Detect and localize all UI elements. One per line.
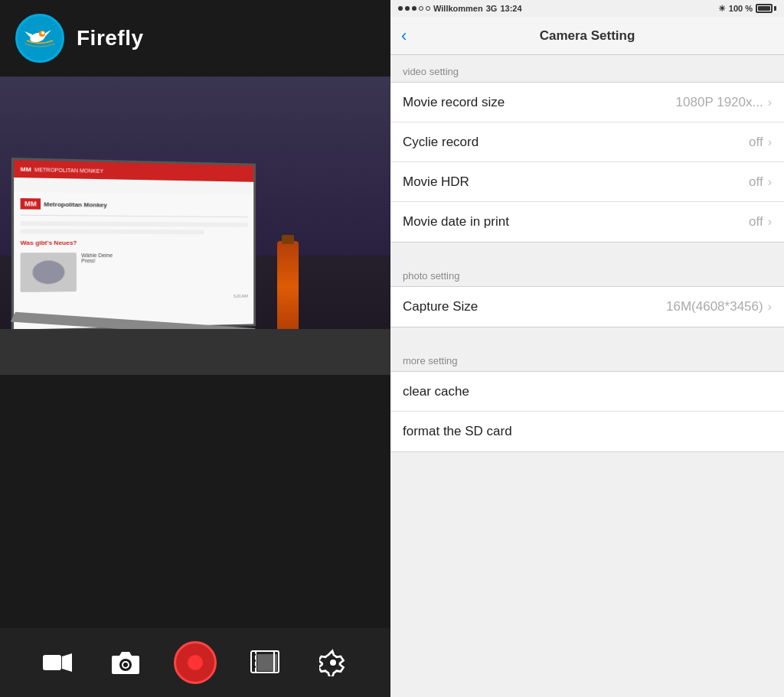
section-spacer-4 [390,469,784,486]
record-dot [188,655,203,670]
svg-rect-15 [253,660,256,662]
capture-size-value: 16M(4608*3456) [666,299,763,314]
svg-rect-16 [253,666,256,668]
svg-point-5 [41,31,44,34]
settings-content: video setting Movie record size 1080P 19… [390,55,784,697]
video-button[interactable] [38,643,77,682]
camera-button[interactable] [106,643,145,682]
format-sd-row[interactable]: format the SD card [390,412,784,451]
svg-marker-7 [62,653,72,672]
desk-surface [0,329,390,375]
section-spacer-3 [390,452,784,469]
camera-toolbar [0,628,390,697]
capture-size-row[interactable]: Capture Size 16M(4608*3456) › [390,287,784,327]
signal-dots [398,6,430,11]
status-bar: Willkommen 3G 13:24 ☀ 100 % [390,0,784,17]
svg-rect-14 [253,653,256,656]
chevron-icon: › [768,96,772,109]
more-section-header: more setting [390,344,784,371]
time: 13:24 [500,4,521,13]
signal-dot-4 [419,6,423,11]
svg-rect-6 [43,655,61,670]
chevron-icon-3: › [768,175,772,189]
movie-record-size-value: 1080P 1920x... [676,95,763,110]
clear-cache-row[interactable]: clear cache [390,372,784,412]
signal-dot-5 [426,6,430,11]
movie-hdr-row[interactable]: Movie HDR off › [390,162,784,202]
chevron-icon-4: › [768,215,772,229]
svg-point-10 [123,663,128,667]
cyclie-record-value: off [749,135,763,150]
bottle [277,241,299,333]
video-settings-group: Movie record size 1080P 1920x... › Cycli… [390,82,784,243]
network-type: 3G [486,4,498,13]
app-title: Firefly [77,26,144,50]
clear-cache-label: clear cache [403,384,772,399]
settings-button[interactable] [313,643,353,682]
signal-dot-2 [405,6,410,11]
nav-title: Camera Setting [540,28,635,44]
gallery-button[interactable] [245,643,285,682]
video-section-header: video setting [390,55,784,82]
signal-dot-3 [412,6,416,11]
app-header: Firefly [0,0,390,77]
status-left: Willkommen 3G 13:24 [398,4,522,13]
svg-point-19 [330,660,336,666]
movie-date-value: off [749,214,763,230]
format-sd-label: format the SD card [403,424,772,439]
cyclie-record-row[interactable]: Cyclie record off › [390,122,784,162]
battery-icon [756,4,776,13]
right-panel: Willkommen 3G 13:24 ☀ 100 % ‹ Camera Set… [390,0,784,697]
chevron-icon-5: › [768,300,772,314]
photo-settings-group: Capture Size 16M(4608*3456) › [390,286,784,327]
svg-rect-13 [257,654,277,671]
movie-hdr-value: off [749,174,763,190]
cyclie-record-label: Cyclie record [403,135,749,150]
movie-date-label: Movie date in print [403,214,749,230]
record-button[interactable] [174,641,217,684]
movie-date-row[interactable]: Movie date in print off › [390,202,784,242]
capture-size-label: Capture Size [403,299,666,314]
back-button[interactable]: ‹ [401,26,407,46]
camera-preview: MM METROPOLITAN MONKEY MM Metropolitan M… [0,77,390,375]
battery-percent: 100 % [729,4,753,13]
movie-record-size-label: Movie record size [403,95,676,110]
app-logo [15,14,64,63]
nav-bar: ‹ Camera Setting [390,17,784,55]
signal-dot-1 [398,6,403,11]
status-right: ☀ 100 % [718,4,776,14]
carrier-name: Willkommen [433,4,483,13]
left-panel: Firefly MM METROPOLITAN MONKEY MM M [0,0,390,697]
movie-hdr-label: Movie HDR [403,174,749,190]
scene-background: MM METROPOLITAN MONKEY MM Metropolitan M… [0,77,390,375]
brightness-icon: ☀ [718,4,726,14]
chevron-icon-2: › [768,135,772,149]
more-settings-group: clear cache format the SD card [390,371,784,452]
section-spacer-2 [390,327,784,344]
photo-section-header: photo setting [390,259,784,286]
spacer [0,375,390,628]
laptop-screen: MM METROPOLITAN MONKEY MM Metropolitan M… [11,158,256,332]
movie-record-size-row[interactable]: Movie record size 1080P 1920x... › [390,83,784,122]
section-spacer-1 [390,243,784,259]
